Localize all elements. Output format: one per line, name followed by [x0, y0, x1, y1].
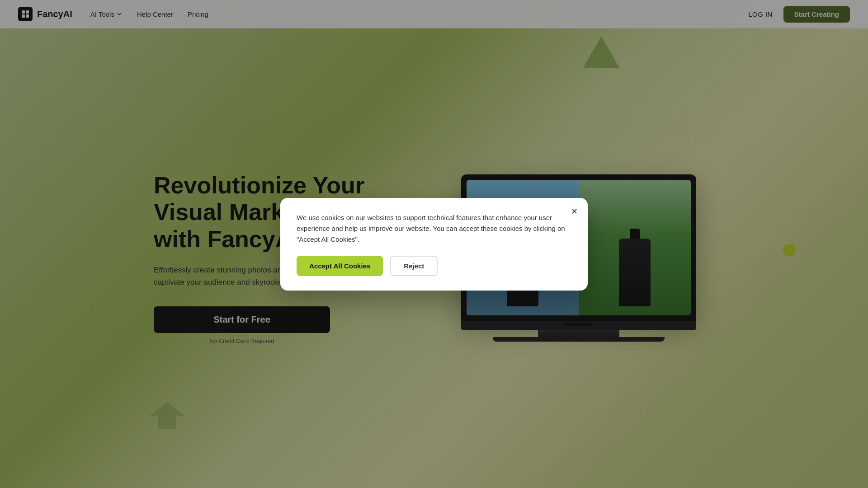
reject-cookies-button[interactable]: Reject	[390, 256, 438, 276]
accept-cookies-button[interactable]: Accept All Cookies	[297, 256, 383, 276]
cookie-close-button[interactable]: ✕	[568, 205, 580, 218]
cookie-modal-overlay: ✕ We use cookies on our websites to supp…	[0, 0, 868, 488]
cookie-text: We use cookies on our websites to suppor…	[297, 212, 571, 245]
cookie-buttons: Accept All Cookies Reject	[297, 256, 571, 276]
cookie-modal: ✕ We use cookies on our websites to supp…	[280, 198, 588, 291]
